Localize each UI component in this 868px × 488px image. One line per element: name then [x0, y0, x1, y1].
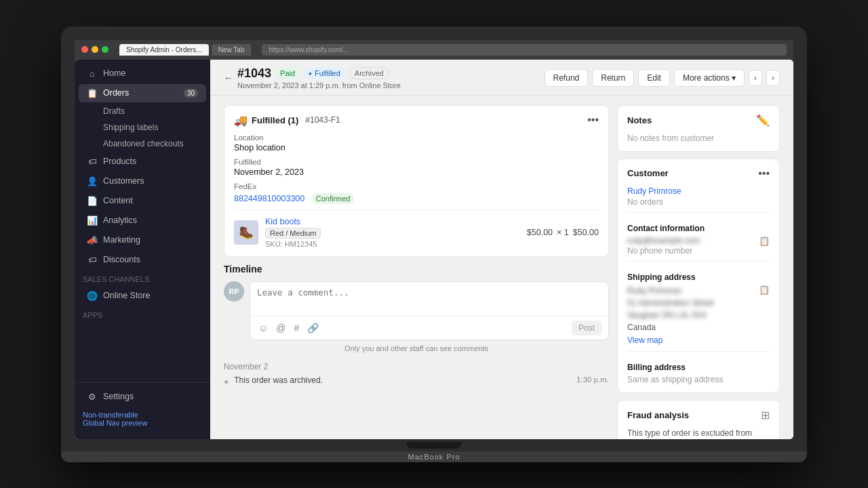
online-store-icon: 🌐: [87, 291, 98, 301]
apps-label: Apps: [75, 306, 210, 322]
back-button[interactable]: ←: [224, 73, 233, 83]
sidebar-item-content[interactable]: 📄 Content: [79, 192, 206, 210]
customer-card: Customer ••• Rudy Primrose No orders Con…: [617, 159, 780, 393]
close-dot[interactable]: [81, 46, 88, 53]
shipping-label: Shipping address: [627, 272, 770, 282]
fullscreen-dot[interactable]: [102, 46, 108, 53]
location-info: Location Shop location: [234, 134, 599, 152]
orders-badge: 30: [184, 89, 198, 98]
product-name[interactable]: Kid boots: [265, 217, 520, 226]
sidebar-item-products[interactable]: 🏷 Products: [79, 152, 206, 171]
new-tab[interactable]: New Tab: [212, 44, 252, 56]
shipping-street: 51 Administration Street: [627, 297, 713, 309]
laptop-notch: [407, 442, 461, 449]
sidebar-item-marketing[interactable]: 📣 Marketing: [79, 231, 206, 249]
sidebar-item-orders[interactable]: 📋 Orders 30: [79, 84, 206, 102]
orders-icon: 📋: [87, 88, 98, 98]
fulfillment-title: Fulfilled (1): [252, 115, 298, 125]
no-phone-text: No phone number: [627, 246, 770, 256]
product-sku: SKU: HM12345: [265, 240, 520, 248]
sidebar-item-drafts[interactable]: Drafts: [79, 104, 206, 119]
customer-email[interactable]: rudy@example.com: [627, 236, 700, 245]
billing-same-text: Same as shipping address: [627, 375, 770, 384]
badge-fulfilled: Fulfilled: [304, 68, 345, 79]
emoji-button[interactable]: ☺: [257, 321, 269, 335]
copy-email-icon[interactable]: 📋: [759, 236, 770, 246]
edit-button[interactable]: Edit: [638, 69, 670, 87]
comment-input[interactable]: [250, 282, 608, 313]
notes-card: Notes ✏️ No notes from customer: [617, 105, 780, 152]
badge-archived: Archived: [349, 67, 389, 79]
attachment-button[interactable]: 🔗: [306, 321, 320, 335]
sidebar-item-shipping[interactable]: Shipping labels: [79, 120, 206, 135]
sidebar-item-analytics[interactable]: 📊 Analytics: [79, 211, 206, 230]
nontransferable-link[interactable]: Non-transferable Global Nav preview: [75, 407, 210, 431]
fraud-report-icon[interactable]: ⊞: [761, 409, 770, 422]
laptop-base: MacBook Pro: [61, 451, 807, 462]
discounts-icon: 🏷: [87, 255, 98, 265]
more-actions-button[interactable]: More actions ▾: [674, 69, 745, 87]
notes-title: Notes: [627, 115, 652, 125]
customer-name[interactable]: Rudy Primrose: [627, 186, 770, 196]
shipping-country: Canada: [627, 321, 713, 333]
sidebar-item-abandoned[interactable]: Abandoned checkouts: [79, 136, 206, 151]
header-left: ← #1043 Paid Fulfilled Archived November…: [224, 66, 401, 89]
badge-paid: Paid: [275, 68, 300, 79]
sales-channels-label: Sales channels: [75, 270, 210, 286]
prev-order-button[interactable]: ‹: [749, 70, 762, 86]
sidebar-item-discounts[interactable]: 🏷 Discounts: [79, 251, 206, 269]
avatar: RP: [224, 281, 244, 302]
tracking-confirmed-badge: Confirmed: [312, 193, 355, 204]
customer-more-button[interactable]: •••: [758, 167, 770, 180]
browser-window-controls: [81, 46, 108, 53]
timeline-date: November 2: [224, 362, 609, 371]
analytics-icon: 📊: [87, 216, 98, 226]
sidebar-item-online-store[interactable]: 🌐 Online Store: [79, 287, 206, 305]
fulfillment-title-area: 🚚 Fulfilled (1) #1043-F1: [234, 114, 340, 127]
browser-chrome: Shopify Admin - Orders... New Tab https:…: [75, 40, 793, 60]
view-map-link[interactable]: View map: [627, 336, 663, 345]
tracking-link[interactable]: 882449810003300: [234, 194, 304, 203]
laptop-chin: [75, 439, 793, 451]
comment-toolbar: ☺ @ # 🔗 Post: [250, 316, 608, 340]
notes-header: Notes ✏️: [627, 114, 770, 127]
fulfilled-info: Fulfilled November 2, 2023: [234, 158, 599, 177]
mention-button[interactable]: @: [275, 321, 287, 335]
fraud-header: Fraud analysis ⊞: [627, 409, 770, 422]
settings-icon: ⚙: [87, 392, 98, 402]
sidebar: ⌂ Home 📋 Orders 30 Drafts Shipping label…: [75, 60, 210, 439]
minimize-dot[interactable]: [92, 46, 98, 53]
address-bar[interactable]: https://www.shopify.com/...: [262, 44, 787, 56]
customers-icon: 👤: [87, 176, 98, 186]
sidebar-item-home[interactable]: ⌂ Home: [79, 64, 206, 83]
order-number: #1043: [237, 66, 271, 81]
browser-tab-list: Shopify Admin - Orders... New Tab: [119, 44, 251, 56]
sidebar-item-settings[interactable]: ⚙ Settings: [79, 388, 206, 406]
fraud-card: Fraud analysis ⊞ This type of order is e…: [617, 400, 780, 439]
hashtag-button[interactable]: #: [293, 321, 301, 335]
truck-icon: 🚚: [234, 114, 248, 127]
main-content: ← #1043 Paid Fulfilled Archived November…: [210, 60, 793, 439]
copy-address-icon[interactable]: 📋: [759, 285, 770, 295]
sidebar-item-customers[interactable]: 👤 Customers: [79, 172, 206, 190]
no-orders-text: No orders: [627, 197, 770, 207]
next-order-button[interactable]: ›: [766, 70, 780, 86]
fulfillment-id: #1043-F1: [305, 115, 340, 125]
screen: ⌂ Home 📋 Orders 30 Drafts Shipping label…: [75, 60, 793, 439]
shipping-name: Rudy Primrose: [627, 285, 713, 297]
fulfillment-more-button[interactable]: •••: [587, 114, 599, 126]
timeline-dot: ●: [224, 377, 229, 386]
refund-button[interactable]: Refund: [545, 69, 589, 87]
post-button[interactable]: Post: [572, 321, 601, 336]
header-right: Refund Return Edit More actions ▾ ‹ ›: [545, 69, 780, 87]
notes-edit-icon[interactable]: ✏️: [756, 114, 770, 127]
contact-label: Contact information: [627, 224, 770, 233]
right-column: Notes ✏️ No notes from customer Customer…: [617, 105, 780, 430]
product-image: 🥾: [234, 220, 258, 245]
product-row: 🥾 Kid boots Red / Medium SKU: HM12345 $5…: [234, 209, 599, 248]
active-tab[interactable]: Shopify Admin - Orders...: [119, 44, 209, 56]
return-button[interactable]: Return: [592, 69, 634, 87]
comment-input-area: ☺ @ # 🔗 Post: [250, 281, 609, 340]
timeline-section: Timeline RP ☺ @ # 🔗: [224, 264, 609, 388]
left-column: 🚚 Fulfilled (1) #1043-F1 ••• Location Sh…: [224, 105, 609, 430]
